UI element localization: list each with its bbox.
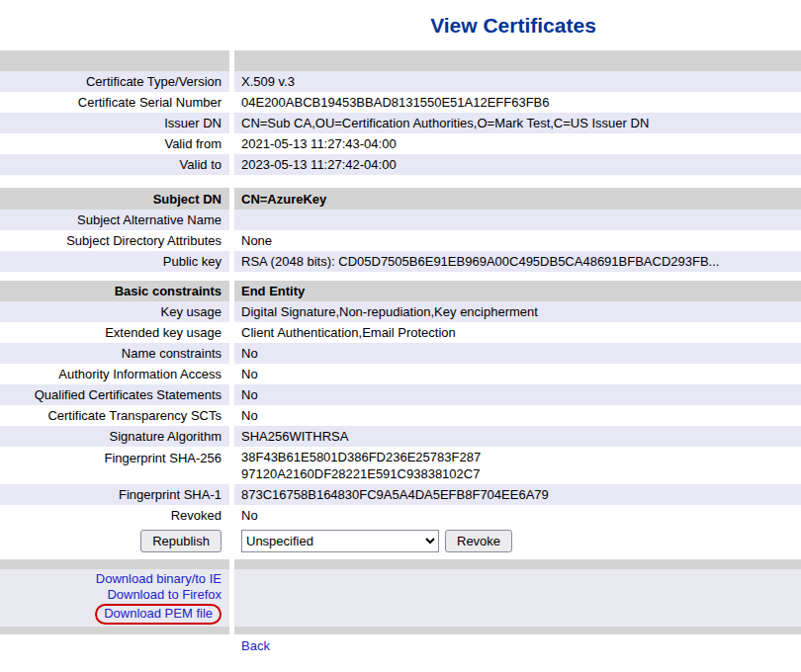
field-label: Issuer DN bbox=[0, 113, 229, 133]
table-row: Signature Algorithm SHA256WITHRSA bbox=[0, 426, 801, 447]
field-label: Subject Directory Attributes bbox=[0, 230, 229, 251]
section-header-basic-constraints: Basic constraints End Entity bbox=[0, 281, 801, 301]
download-pem-link[interactable]: Download PEM file bbox=[104, 606, 213, 621]
field-label: Name constraints bbox=[0, 343, 229, 364]
download-row: Download binary/to IE Download to Firefo… bbox=[0, 569, 801, 627]
field-label: Revoked bbox=[0, 505, 229, 526]
table-row: Authority Information Access No bbox=[0, 364, 801, 384]
field-label: Certificate Type/Version bbox=[0, 71, 229, 92]
table-row: Revoked No bbox=[0, 505, 801, 526]
table-row: Public key RSA (2048 bits): CD05D7505B6E… bbox=[0, 251, 801, 272]
field-label: Public key bbox=[0, 251, 229, 272]
fingerprint-line-1: 38F43B61E5801D386FD236E25783F287 bbox=[241, 450, 481, 464]
field-value: No bbox=[234, 364, 801, 384]
field-value: SHA256WITHRSA bbox=[234, 426, 801, 447]
actions-row: Republish Unspecified Revoke bbox=[0, 526, 801, 555]
table-row: Certificate Serial Number 04E200ABCB1945… bbox=[0, 92, 801, 113]
certificate-table: Certificate Type/Version X.509 v.3 Certi… bbox=[0, 50, 801, 656]
table-row: Certificate Type/Version X.509 v.3 bbox=[0, 71, 801, 92]
republish-cell: Republish bbox=[0, 526, 229, 555]
republish-button[interactable]: Republish bbox=[140, 530, 222, 552]
field-value: 2021-05-13 11:27:43-04:00 bbox=[234, 133, 801, 154]
separator-band-right bbox=[234, 627, 801, 634]
field-value: 38F43B61E5801D386FD236E25783F287 97120A2… bbox=[234, 447, 801, 484]
field-label: Qualified Certificates Statements bbox=[0, 384, 229, 405]
field-value: 873C16758B164830FC9A5A4DA5EFB8F704EE6A79 bbox=[234, 484, 801, 505]
page-title: View Certificates bbox=[0, 14, 801, 38]
field-label: Authority Information Access bbox=[0, 364, 229, 384]
field-label: Valid from bbox=[0, 133, 229, 154]
field-label: Certificate Transparency SCTs bbox=[0, 405, 229, 426]
table-row: Certificate Transparency SCTs No bbox=[0, 405, 801, 426]
table-top-band bbox=[0, 50, 801, 71]
field-value: No bbox=[234, 405, 801, 426]
download-row-right bbox=[234, 569, 801, 627]
table-row: Extended key usage Client Authentication… bbox=[0, 322, 801, 343]
section-gap bbox=[0, 175, 801, 188]
table-row-fingerprint-sha256: Fingerprint SHA-256 38F43B61E5801D386FD2… bbox=[0, 447, 801, 484]
download-binary-ie-link[interactable]: Download binary/to IE bbox=[96, 571, 222, 587]
separator-band-right bbox=[234, 559, 801, 569]
table-row: Valid to 2023-05-13 11:27:42-04:00 bbox=[0, 154, 801, 175]
field-label: Certificate Serial Number bbox=[0, 92, 229, 113]
field-value: Digital Signature,Non-repudiation,Key en… bbox=[234, 301, 801, 322]
table-row: Name constraints No bbox=[0, 343, 801, 364]
separator-band bbox=[0, 627, 801, 634]
table-row: Issuer DN CN=Sub CA,OU=Certification Aut… bbox=[0, 113, 801, 133]
field-value: RSA (2048 bits): CD05D7505B6E91EB969A00C… bbox=[234, 251, 801, 272]
field-label: Signature Algorithm bbox=[0, 426, 229, 447]
field-value: None bbox=[234, 230, 801, 251]
back-row-left bbox=[0, 634, 229, 656]
field-label: Fingerprint SHA-256 bbox=[0, 447, 229, 484]
field-value: No bbox=[234, 343, 801, 364]
back-row: Back bbox=[0, 634, 801, 656]
section-header-value: End Entity bbox=[234, 281, 801, 301]
back-link[interactable]: Back bbox=[241, 638, 270, 653]
top-band-left bbox=[0, 50, 229, 71]
separator-band-left bbox=[0, 559, 229, 569]
field-value: 04E200ABCB19453BBAD8131550E51A12EFF63FB6 bbox=[234, 92, 801, 113]
field-label: Extended key usage bbox=[0, 322, 229, 343]
field-value: Client Authentication,Email Protection bbox=[234, 322, 801, 343]
section-header-label: Basic constraints bbox=[0, 281, 229, 301]
separator-band-left bbox=[0, 627, 229, 634]
table-row: Qualified Certificates Statements No bbox=[0, 384, 801, 405]
field-value: No bbox=[234, 505, 801, 526]
download-firefox-link[interactable]: Download to Firefox bbox=[107, 587, 222, 603]
revocation-reason-select[interactable]: Unspecified bbox=[241, 530, 439, 552]
pem-highlight-annotation: Download PEM file bbox=[95, 604, 222, 625]
section-header-value: CN=AzureKey bbox=[234, 188, 801, 210]
field-value: X.509 v.3 bbox=[234, 71, 801, 92]
revoke-cell: Unspecified Revoke bbox=[234, 526, 801, 555]
fingerprint-line-2: 97120A2160DF28221E591C93838102C7 bbox=[241, 466, 480, 481]
separator-band bbox=[0, 559, 801, 569]
field-value: CN=Sub CA,OU=Certification Authorities,O… bbox=[234, 113, 801, 133]
back-cell: Back bbox=[234, 634, 801, 656]
field-label: Valid to bbox=[0, 154, 229, 175]
table-row: Subject Alternative Name bbox=[0, 210, 801, 230]
field-label: Subject Alternative Name bbox=[0, 210, 229, 230]
field-label: Fingerprint SHA-1 bbox=[0, 484, 229, 505]
section-header-subject-dn: Subject DN CN=AzureKey bbox=[0, 188, 801, 210]
section-header-label: Subject DN bbox=[0, 188, 229, 210]
table-row: Subject Directory Attributes None bbox=[0, 230, 801, 251]
section-gap bbox=[0, 272, 801, 281]
table-row: Fingerprint SHA-1 873C16758B164830FC9A5A… bbox=[0, 484, 801, 505]
table-row: Key usage Digital Signature,Non-repudiat… bbox=[0, 301, 801, 322]
table-row: Valid from 2021-05-13 11:27:43-04:00 bbox=[0, 133, 801, 154]
field-value: No bbox=[234, 384, 801, 405]
download-links-cell: Download binary/to IE Download to Firefo… bbox=[0, 569, 229, 627]
field-label: Key usage bbox=[0, 301, 229, 322]
field-value bbox=[234, 210, 801, 230]
top-band-right bbox=[234, 50, 801, 71]
field-value: 2023-05-13 11:27:42-04:00 bbox=[234, 154, 801, 175]
revoke-button[interactable]: Revoke bbox=[445, 530, 512, 552]
